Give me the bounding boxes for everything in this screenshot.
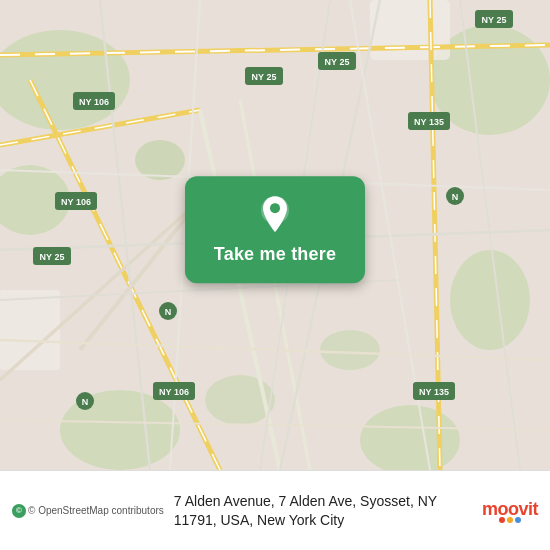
svg-text:N: N: [82, 397, 89, 407]
moovit-dot-1: [499, 517, 505, 523]
moovit-dots: [499, 517, 521, 523]
svg-rect-11: [0, 290, 60, 370]
svg-point-60: [270, 203, 280, 213]
svg-text:NY 25: NY 25: [40, 252, 65, 262]
location-pin-icon: [253, 192, 297, 236]
map-container: NY 25 NY 25 NY 25 NY 106 NY 106 NY 106 N…: [0, 0, 550, 470]
svg-text:NY 106: NY 106: [159, 387, 189, 397]
svg-point-4: [450, 250, 530, 350]
svg-text:NY 135: NY 135: [419, 387, 449, 397]
osm-attribution: © © OpenStreetMap contributors: [12, 504, 164, 518]
svg-point-8: [320, 330, 380, 370]
svg-text:NY 25: NY 25: [252, 72, 277, 82]
svg-text:NY 25: NY 25: [325, 57, 350, 67]
svg-text:NY 135: NY 135: [414, 117, 444, 127]
svg-text:N: N: [452, 192, 459, 202]
address-text: 7 Alden Avenue, 7 Alden Ave, Syosset, NY…: [174, 492, 472, 530]
moovit-dot-3: [515, 517, 521, 523]
svg-rect-10: [370, 0, 450, 60]
svg-text:NY 25: NY 25: [482, 15, 507, 25]
moovit-dot-2: [507, 517, 513, 523]
location-card[interactable]: Take me there: [185, 176, 365, 283]
svg-text:NY 106: NY 106: [61, 197, 91, 207]
svg-point-9: [135, 140, 185, 180]
take-me-there-button[interactable]: Take me there: [214, 244, 336, 265]
bottom-bar: © © OpenStreetMap contributors 7 Alden A…: [0, 470, 550, 550]
svg-text:NY 106: NY 106: [79, 97, 109, 107]
svg-text:N: N: [165, 307, 172, 317]
moovit-logo: moovit: [482, 499, 538, 523]
